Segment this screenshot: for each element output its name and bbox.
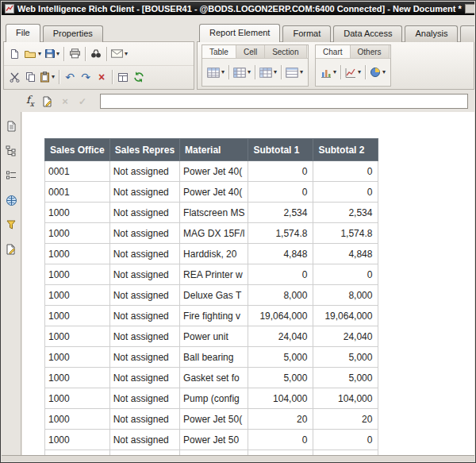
ribbon-tab-analysis[interactable]: Analysis <box>405 25 458 42</box>
table-row[interactable]: 1000Not assignedFire fighting v19,064,00… <box>45 306 378 326</box>
send-mail-button[interactable]: ▾ <box>109 45 129 63</box>
table-cell[interactable]: Power unit <box>180 326 248 347</box>
table-cell[interactable]: 20 <box>313 409 378 430</box>
insert-line-chart-button[interactable]: ▾ <box>344 64 363 81</box>
copy-button[interactable] <box>22 68 38 86</box>
table-cell[interactable]: 0001 <box>45 182 110 203</box>
table-row[interactable]: 1000Not assignedBall bearing5,0005,000 <box>45 347 378 368</box>
table-cell[interactable]: Flatscreen MS <box>180 203 248 223</box>
table-cell[interactable]: Not assigned <box>109 306 179 326</box>
table-row[interactable]: 0001Not assignedPower Jet 40(00 <box>45 182 378 203</box>
table-cell[interactable]: Not assigned <box>109 409 179 430</box>
table-cell[interactable]: Not assigned <box>109 347 179 368</box>
table-cell[interactable]: Not assigned <box>109 388 179 409</box>
table-cell[interactable]: Not assigned <box>109 264 179 285</box>
table-row[interactable]: 1000Not assignedDeluxe Gas T8,0008,000 <box>45 285 378 306</box>
column-header[interactable]: Sales Repres <box>109 139 179 161</box>
table-cell[interactable]: Pump (config <box>180 388 248 409</box>
document-summary-button[interactable] <box>3 118 20 134</box>
column-header[interactable]: Subtotal 1 <box>248 139 313 161</box>
web-service-publisher-button[interactable] <box>3 192 20 208</box>
table-row[interactable]: 1000Not assignedPower unit24,04024,040 <box>45 326 378 347</box>
table-cell[interactable]: 5,000 <box>248 347 313 368</box>
cancel-formula-button[interactable]: × <box>57 93 73 110</box>
insert-horizontal-table-button[interactable]: ▾ <box>232 64 252 81</box>
table-cell[interactable]: Fire fighting v <box>180 306 248 326</box>
table-cell[interactable]: Not assigned <box>109 182 179 203</box>
table-cell[interactable]: Not assigned <box>109 430 179 450</box>
table-cell[interactable]: 1000 <box>45 326 110 347</box>
ribbon-tab-format[interactable]: Format <box>282 25 331 42</box>
table-cell[interactable]: 0 <box>248 430 313 450</box>
table-cell[interactable]: 104,000 <box>248 388 313 409</box>
table-cell[interactable]: Not assigned <box>109 285 179 306</box>
table-cell[interactable]: 24,040 <box>313 326 378 347</box>
new-document-button[interactable] <box>6 45 22 63</box>
table-row[interactable]: 1000Not assignedPump (config104,000104,0… <box>45 388 378 409</box>
table-cell[interactable]: 20 <box>248 409 313 430</box>
insert-bar-chart-button[interactable]: ▾ <box>319 64 338 81</box>
table-cell[interactable]: 1000 <box>45 264 110 285</box>
paste-button[interactable]: ▾ <box>38 68 56 86</box>
table-cell[interactable]: REA Printer w <box>180 264 248 285</box>
table-cell[interactable]: 19,064,000 <box>313 306 378 326</box>
layout-button[interactable] <box>115 68 131 86</box>
table-cell[interactable]: 1000 <box>45 203 110 223</box>
open-button[interactable]: ▾ <box>22 45 43 63</box>
table-cell[interactable]: 1000 <box>45 409 110 430</box>
table-cell[interactable]: 0001 <box>45 161 110 182</box>
table-cell[interactable]: 8,000 <box>248 285 313 306</box>
create-variable-button[interactable] <box>40 93 56 110</box>
table-cell[interactable]: 1,574.8 <box>248 223 313 244</box>
print-button[interactable] <box>67 45 83 63</box>
table-cell[interactable]: Power Jet 40( <box>180 182 248 203</box>
available-objects-button[interactable] <box>3 217 20 233</box>
bottom-scrollbar[interactable] <box>2 455 474 461</box>
formula-input[interactable] <box>100 94 468 109</box>
table-cell[interactable]: 1000 <box>45 306 110 326</box>
group-tab-section[interactable]: Section <box>265 45 306 58</box>
navigation-map-button[interactable] <box>3 143 20 159</box>
table-cell[interactable]: Not assigned <box>109 244 179 264</box>
cut-button[interactable] <box>6 68 22 86</box>
table-cell[interactable]: 1000 <box>45 430 110 450</box>
table-cell[interactable]: Not assigned <box>109 326 179 347</box>
table-cell[interactable]: Not assigned <box>109 368 179 388</box>
ribbon-tab-partial[interactable] <box>460 25 474 42</box>
column-header[interactable]: Material <box>180 139 248 161</box>
validate-formula-button[interactable]: ✓ <box>75 93 90 110</box>
table-cell[interactable]: 104,000 <box>313 388 378 409</box>
refresh-button[interactable] <box>131 68 147 86</box>
document-structure-button[interactable] <box>3 241 20 257</box>
table-cell[interactable]: 0 <box>313 161 378 182</box>
table-cell[interactable]: 1,574.8 <box>313 223 378 244</box>
insert-form-button[interactable]: ▾ <box>284 64 305 81</box>
table-cell[interactable]: Not assigned <box>109 203 179 223</box>
group-tab-others[interactable]: Others <box>351 45 390 58</box>
table-cell[interactable]: 5,000 <box>313 368 378 388</box>
tab-properties[interactable]: Properties <box>43 25 103 42</box>
table-cell[interactable]: Deluxe Gas T <box>180 285 248 306</box>
table-cell[interactable]: Power Jet 50( <box>180 409 248 430</box>
ribbon-tab-report-element[interactable]: Report Element <box>199 24 280 42</box>
table-row[interactable]: 1000Not assignedPower Jet 50(2020 <box>45 409 378 430</box>
table-cell[interactable]: 0 <box>248 264 313 285</box>
table-cell[interactable]: 0 <box>313 182 378 203</box>
formula-toggle-button[interactable]: fx <box>22 93 38 110</box>
undo-button[interactable]: ↶ <box>62 68 78 86</box>
table-row[interactable]: 1000Not assignedHarddisk, 204,8484,848 <box>45 244 378 264</box>
table-cell[interactable]: 2,534 <box>248 203 313 223</box>
table-cell[interactable]: Ball bearing <box>180 347 248 368</box>
table-cell[interactable]: 4,848 <box>313 244 378 264</box>
window-control-button[interactable] <box>465 4 474 14</box>
table-cell[interactable]: 0 <box>313 430 378 450</box>
table-row[interactable]: 1000Not assignedMAG DX 15F/l1,574.81,574… <box>45 223 378 244</box>
table-cell[interactable]: 2,534 <box>313 203 378 223</box>
table-cell[interactable]: MAG DX 15F/l <box>180 223 248 244</box>
table-cell[interactable]: 1000 <box>45 244 110 264</box>
table-cell[interactable]: Not assigned <box>109 223 179 244</box>
table-cell[interactable]: 5,000 <box>248 368 313 388</box>
table-cell[interactable]: 4,848 <box>248 244 313 264</box>
table-cell[interactable]: Not assigned <box>109 161 179 182</box>
insert-crosstab-button[interactable]: ▾ <box>258 64 278 81</box>
